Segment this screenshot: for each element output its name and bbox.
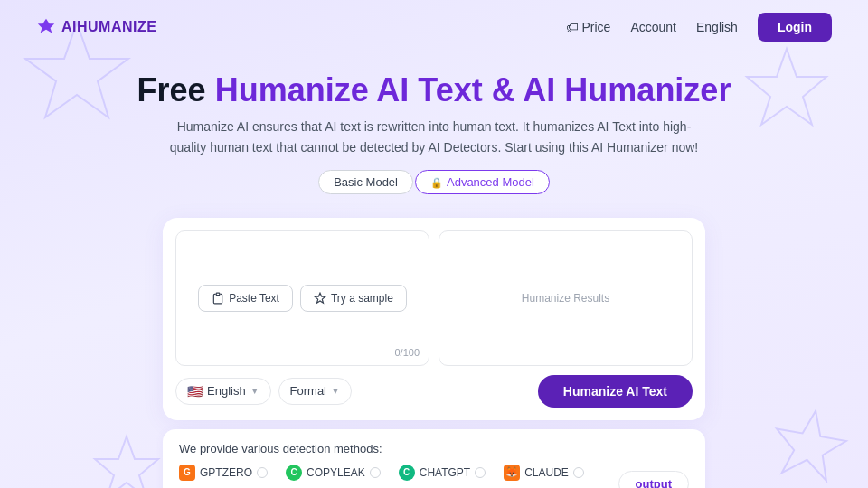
input-panel[interactable]: Paste Text Try a sample 0/100 — [175, 230, 429, 366]
detection-items: G GPTZERO C COPYLEAK C CHATGPT 🦊 CLAUDE — [179, 465, 618, 488]
navbar: AIHUMANIZE 🏷 Price Account English Login — [0, 0, 868, 54]
gptzero-radio[interactable] — [257, 467, 268, 478]
chevron-down-icon-2: ▼ — [331, 386, 340, 396]
advanced-model-tab[interactable]: 🔒Advanced Model — [415, 170, 550, 194]
chatgpt-label: CHATGPT — [420, 466, 470, 479]
claude-label: CLAUDE — [524, 466, 569, 479]
main-card: Paste Text Try a sample 0/100 Humanize R… — [163, 218, 705, 420]
logo-icon — [36, 17, 56, 37]
clipboard-icon — [212, 292, 224, 305]
title-free: Free — [137, 71, 215, 108]
language-dropdown[interactable]: 🇺🇸 English ▼ — [175, 378, 271, 405]
nav-right: 🏷 Price Account English Login — [566, 13, 832, 42]
detection-title: We provide various detection methods: — [179, 442, 689, 455]
svg-rect-4 — [216, 293, 220, 295]
logo-text: AIHUMANIZE — [61, 19, 156, 35]
output-placeholder: Humanize Results — [522, 292, 609, 305]
output-button[interactable]: output — [618, 471, 689, 488]
claude-icon: 🦊 — [504, 465, 520, 481]
chatgpt-icon: C — [399, 465, 415, 481]
copyleak-label: COPYLEAK — [307, 466, 365, 479]
detection-body: G GPTZERO C COPYLEAK C CHATGPT 🦊 CLAUDE — [179, 465, 689, 488]
login-button[interactable]: Login — [758, 13, 832, 42]
hero-title: Free Humanize AI Text & AI Humanizer — [18, 70, 850, 109]
logo[interactable]: AIHUMANIZE — [36, 17, 156, 37]
output-panel: Humanize Results — [439, 230, 693, 366]
char-count: 0/100 — [394, 347, 420, 358]
gptzero-label: GPTZERO — [200, 466, 252, 479]
bottom-controls: 🇺🇸 English ▼ Formal ▼ Humanize AI Text — [175, 375, 693, 408]
detection-card: We provide various detection methods: G … — [163, 429, 705, 488]
detection-item-chatgpt[interactable]: C CHATGPT — [399, 465, 486, 481]
chevron-down-icon: ▼ — [250, 386, 259, 396]
lock-icon: 🔒 — [430, 177, 443, 188]
model-tabs: Basic Model 🔒Advanced Model — [18, 170, 850, 194]
detection-item-gptzero[interactable]: G GPTZERO — [179, 465, 268, 481]
chatgpt-radio[interactable] — [475, 467, 486, 478]
flag-icon: 🇺🇸 — [187, 384, 203, 399]
left-controls: 🇺🇸 English ▼ Formal ▼ — [175, 378, 352, 405]
tone-dropdown[interactable]: Formal ▼ — [278, 378, 352, 405]
copyleak-icon: C — [286, 465, 302, 481]
svg-marker-3 — [769, 405, 851, 483]
claude-radio[interactable] — [573, 467, 584, 478]
detection-item-copyleak[interactable]: C COPYLEAK — [286, 465, 381, 481]
hero-subtitle: Humanize AI ensures that AI text is rewr… — [163, 117, 705, 157]
humanize-button[interactable]: Humanize AI Text — [538, 375, 693, 408]
paste-text-button[interactable]: Paste Text — [198, 285, 293, 312]
star-icon — [314, 292, 326, 305]
gptzero-icon: G — [179, 465, 195, 481]
title-highlight: Humanize AI Text & AI Humanizer — [215, 71, 731, 108]
hero-section: Free Humanize AI Text & AI Humanizer Hum… — [0, 54, 868, 218]
price-icon: 🏷 — [566, 20, 579, 34]
copyleak-radio[interactable] — [370, 467, 381, 478]
account-link[interactable]: Account — [630, 20, 676, 34]
editor-area: Paste Text Try a sample 0/100 Humanize R… — [175, 230, 693, 366]
basic-model-tab[interactable]: Basic Model — [318, 170, 413, 194]
svg-marker-5 — [315, 293, 326, 303]
detection-item-claude[interactable]: 🦊 CLAUDE — [504, 465, 584, 481]
language-link[interactable]: English — [696, 20, 738, 34]
try-sample-button[interactable]: Try a sample — [300, 285, 407, 312]
price-link[interactable]: 🏷 Price — [566, 20, 610, 34]
action-buttons: Paste Text Try a sample — [198, 285, 407, 312]
svg-marker-2 — [95, 436, 158, 488]
